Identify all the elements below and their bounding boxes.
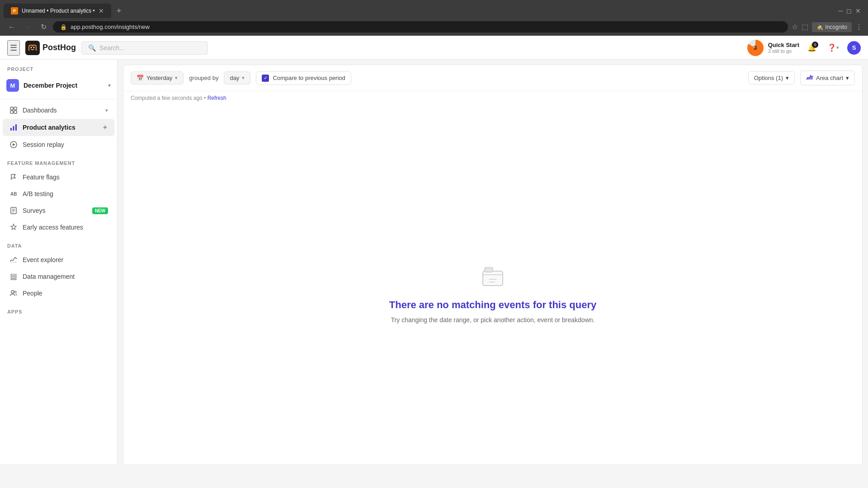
sidebar-divider-1 [0,99,117,99]
project-name: December Project [24,82,104,89]
global-search[interactable]: 🔍 Search... [81,41,208,55]
forward-button[interactable]: → [22,21,34,33]
surveys-icon [9,206,18,215]
sidebar-item-event-explorer[interactable]: Event explorer [3,252,114,268]
group-by-value: day [230,75,239,81]
svg-rect-18 [11,277,16,278]
quick-start-title: Quick Start [768,42,799,48]
session-replay-icon [9,140,18,149]
chart-type-arrow: ▾ [846,75,849,81]
cast-icon[interactable]: ⬚ [802,23,808,31]
svg-rect-9 [15,124,17,131]
browser-toolbar: ← → ↻ 🔒 app.posthog.com/insights/new ☆ ⬚… [0,18,868,36]
empty-state: There are no matching events for this qu… [123,105,862,464]
app-header: ☰ PostHog 🔍 Search... 3 Quick Start [0,36,868,60]
session-replay-label: Session replay [23,141,108,148]
compare-period-button[interactable]: ✓ Compare to previous period [256,71,351,85]
extensions-icon[interactable]: ⋮ [855,23,863,31]
user-avatar[interactable]: S [847,41,861,55]
sidebar-item-dashboards[interactable]: Dashboards ▾ [3,102,114,118]
empty-state-subtitle: Try changing the date range, or pick ano… [391,316,595,324]
new-tab-button[interactable]: + [113,5,125,18]
address-bar[interactable]: 🔒 app.posthog.com/insights/new [53,21,788,33]
group-by-arrow: ▾ [242,75,245,81]
quick-start-progress: 3 [747,40,764,56]
svg-point-21 [14,291,16,293]
incognito-button[interactable]: 🕵 Incognito [812,22,852,32]
bookmark-icon[interactable]: ☆ [792,23,798,31]
product-analytics-add-btn[interactable]: + [102,122,108,132]
incognito-label: Incognito [825,24,847,30]
surveys-badge: NEW [92,207,108,214]
compare-label: Compare to previous period [273,75,345,81]
early-access-icon [9,223,18,232]
feature-flags-label: Feature flags [23,174,108,181]
sidebar-item-ab-testing[interactable]: AB A/B testing [3,186,114,202]
event-explorer-label: Event explorer [23,256,108,263]
svg-point-20 [11,291,14,293]
reload-button[interactable]: ↻ [38,21,49,33]
chart-type-label: Area chart [816,75,843,81]
feature-management-label: FEATURE MANAGEMENT [0,153,117,169]
menu-button[interactable]: ☰ [7,40,20,56]
tab-title: Unnamed • Product analytics • [22,8,95,14]
sidebar: PROJECT M December Project ▾ Dashboards … [0,59,118,464]
date-range-button[interactable]: 📅 Yesterday ▾ [131,71,184,84]
svg-rect-7 [10,128,12,131]
tab-favicon: P [11,7,18,14]
group-by-button[interactable]: day ▾ [224,71,250,84]
restore-btn[interactable]: ◻ [846,7,852,14]
quick-start-number: 3 [754,44,757,51]
help-icon: ❓ [827,43,836,52]
sidebar-item-feature-flags[interactable]: Feature flags [3,169,114,185]
calendar-icon: 📅 [137,75,144,81]
svg-rect-0 [25,41,40,55]
dashboards-label: Dashboards [23,107,101,114]
help-button[interactable]: ❓ ▾ [825,41,842,55]
chart-type-button[interactable]: Area chart ▾ [800,70,855,85]
apps-section-label: APPS [0,302,117,317]
refresh-link[interactable]: Refresh [208,95,226,101]
notification-count: 0 [812,42,818,48]
sidebar-item-session-replay[interactable]: Session replay [3,136,114,153]
project-chevron-icon: ▾ [108,82,111,89]
sidebar-item-data-management[interactable]: Data management [3,268,114,285]
close-btn[interactable]: ✕ [855,7,861,14]
posthog-logo-text: PostHog [42,43,76,52]
minimize-btn[interactable]: ─ [838,7,843,14]
sidebar-item-product-analytics[interactable]: Product analytics + [3,119,114,136]
project-selector[interactable]: M December Project ▾ [0,75,117,96]
dashboards-chevron: ▾ [105,108,108,113]
browser-tab-bar: P Unnamed • Product analytics • ✕ + ─ ◻ … [0,0,868,18]
active-tab[interactable]: P Unnamed • Product analytics • ✕ [4,4,111,18]
search-placeholder: Search... [99,44,125,52]
event-explorer-icon [9,255,18,264]
svg-rect-6 [14,111,17,113]
back-button[interactable]: ← [5,21,18,33]
options-button[interactable]: Options (1) ▾ [748,71,795,84]
help-dropdown-arrow: ▾ [836,45,839,51]
lock-icon: 🔒 [60,24,67,30]
svg-text:AB: AB [10,192,17,197]
area-chart-icon [806,74,813,82]
svg-marker-11 [13,143,15,146]
notifications-button[interactable]: 🔔 0 [805,41,819,55]
grouped-by-prefix: grouped by [189,75,218,81]
sidebar-item-people[interactable]: People [3,285,114,301]
empty-state-icon [479,263,506,290]
project-avatar: M [6,79,19,92]
quick-start-button[interactable]: 3 Quick Start 3 still to go [747,40,799,56]
content-toolbar: 📅 Yesterday ▾ grouped by day ▾ ✓ Compare… [123,65,862,91]
svg-point-2 [33,47,35,48]
browser-chrome: P Unnamed • Product analytics • ✕ + ─ ◻ … [0,0,868,36]
computed-text: Computed a few seconds ago [131,95,203,101]
tab-close-btn[interactable]: ✕ [99,7,104,14]
svg-rect-4 [14,107,17,110]
svg-rect-22 [483,271,503,286]
search-icon: 🔍 [88,44,96,52]
sidebar-item-surveys[interactable]: Surveys NEW [3,202,114,219]
sidebar-item-early-access[interactable]: Early access features [3,219,114,235]
date-range-label: Yesterday [146,75,172,81]
ab-testing-icon: AB [9,189,18,198]
main-content: 📅 Yesterday ▾ grouped by day ▾ ✓ Compare… [118,59,868,464]
